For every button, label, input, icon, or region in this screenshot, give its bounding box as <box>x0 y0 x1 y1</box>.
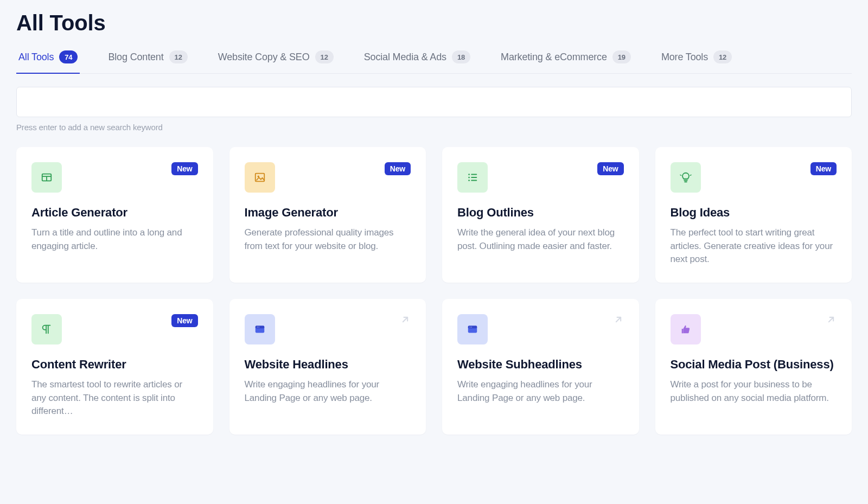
card-title: Article Generator <box>31 206 198 220</box>
card-top-row: New <box>671 162 837 193</box>
tab-all-tools[interactable]: All Tools 74 <box>16 50 80 73</box>
card-description: Turn a title and outline into a long and… <box>31 226 198 253</box>
lightbulb-icon <box>671 162 701 193</box>
tab-count-badge: 19 <box>612 50 631 63</box>
card-top-row: New <box>245 162 411 193</box>
tab-count-badge: 18 <box>452 50 470 63</box>
svg-point-5 <box>468 174 470 175</box>
article-icon <box>31 162 62 193</box>
svg-line-14 <box>690 175 691 175</box>
svg-rect-16 <box>255 326 264 329</box>
tool-card-social-media-post-business[interactable]: Social Media Post (Business) Write a pos… <box>655 299 852 435</box>
tool-card-website-headlines[interactable]: Website Headlines Write engaging headlin… <box>229 299 426 435</box>
tab-label: More Tools <box>661 52 708 63</box>
card-description: The smartest tool to rewrite articles or… <box>31 378 198 418</box>
tab-marketing-ecommerce[interactable]: Marketing & eCommerce 19 <box>499 50 633 73</box>
svg-point-9 <box>468 180 470 181</box>
tool-card-blog-outlines[interactable]: New Blog Outlines Write the general idea… <box>442 147 639 283</box>
tab-more-tools[interactable]: More Tools 12 <box>659 50 734 73</box>
card-top-row: New <box>457 162 624 193</box>
search-hint: Press enter to add a new search keyword <box>16 123 852 132</box>
page-title: All Tools <box>16 11 852 35</box>
tools-grid: New Article Generator Turn a title and o… <box>16 147 852 435</box>
card-description: Write engaging headlines for your Landin… <box>245 378 411 405</box>
tab-blog-content[interactable]: Blog Content 12 <box>106 50 189 73</box>
card-description: Generate professional quality images fro… <box>245 226 411 253</box>
tab-count-badge: 74 <box>59 50 78 63</box>
tab-label: All Tools <box>18 52 54 63</box>
new-badge: New <box>171 162 197 175</box>
card-title: Website Subheadlines <box>457 358 624 372</box>
arrow-up-right-icon <box>613 314 624 325</box>
search-section: Press enter to add a new search keyword <box>16 87 852 132</box>
tab-website-copy-seo[interactable]: Website Copy & SEO 12 <box>216 50 336 73</box>
tabs-bar: All Tools 74 Blog Content 12 Website Cop… <box>16 50 852 74</box>
card-description: Write engaging headlines for your Landin… <box>457 378 624 405</box>
tab-label: Social Media & Ads <box>364 52 446 63</box>
tab-count-badge: 12 <box>713 50 732 63</box>
search-input[interactable] <box>16 87 852 117</box>
card-description: The perfect tool to start writing great … <box>671 226 837 266</box>
new-badge: New <box>597 162 623 175</box>
svg-point-18 <box>258 327 259 327</box>
card-top-row: New <box>31 314 198 344</box>
tool-card-website-subheadlines[interactable]: Website Subheadlines Write engaging head… <box>442 299 639 435</box>
tool-card-image-generator[interactable]: New Image Generator Generate professiona… <box>229 147 426 283</box>
arrow-up-right-icon <box>826 314 837 325</box>
svg-point-17 <box>257 327 257 327</box>
svg-point-22 <box>471 327 471 327</box>
tool-card-blog-ideas[interactable]: New Blog Ideas The perfect tool to start… <box>655 147 852 283</box>
card-title: Blog Ideas <box>671 206 837 220</box>
card-top-row <box>671 314 837 344</box>
svg-line-13 <box>680 175 681 175</box>
new-badge: New <box>810 162 837 175</box>
tab-label: Marketing & eCommerce <box>501 52 607 63</box>
card-description: Write a post for your business to be pub… <box>671 378 837 405</box>
card-title: Image Generator <box>245 206 411 220</box>
list-icon <box>457 162 488 193</box>
tab-label: Blog Content <box>108 52 163 63</box>
tab-count-badge: 12 <box>315 50 334 63</box>
tab-count-badge: 12 <box>169 50 188 63</box>
tab-social-media-ads[interactable]: Social Media & Ads 18 <box>362 50 473 73</box>
card-top-row <box>245 314 411 344</box>
paragraph-icon <box>31 314 62 344</box>
card-title: Social Media Post (Business) <box>671 358 837 372</box>
card-top-row: New <box>31 162 198 193</box>
browser-window-icon <box>245 314 275 344</box>
tab-label: Website Copy & SEO <box>218 52 310 63</box>
new-badge: New <box>171 314 197 327</box>
card-description: Write the general idea of your next blog… <box>457 226 624 253</box>
thumbs-up-icon <box>671 314 701 344</box>
svg-rect-20 <box>468 326 477 329</box>
svg-point-7 <box>468 177 470 178</box>
image-icon <box>245 162 275 193</box>
card-title: Blog Outlines <box>457 206 624 220</box>
new-badge: New <box>385 162 411 175</box>
card-top-row <box>457 314 624 344</box>
card-title: Content Rewriter <box>31 358 198 372</box>
arrow-up-right-icon <box>400 314 411 325</box>
svg-point-21 <box>470 327 470 327</box>
card-title: Website Headlines <box>245 358 411 372</box>
browser-window-icon <box>457 314 488 344</box>
tool-card-content-rewriter[interactable]: New Content Rewriter The smartest tool t… <box>16 299 213 435</box>
tool-card-article-generator[interactable]: New Article Generator Turn a title and o… <box>16 147 213 283</box>
